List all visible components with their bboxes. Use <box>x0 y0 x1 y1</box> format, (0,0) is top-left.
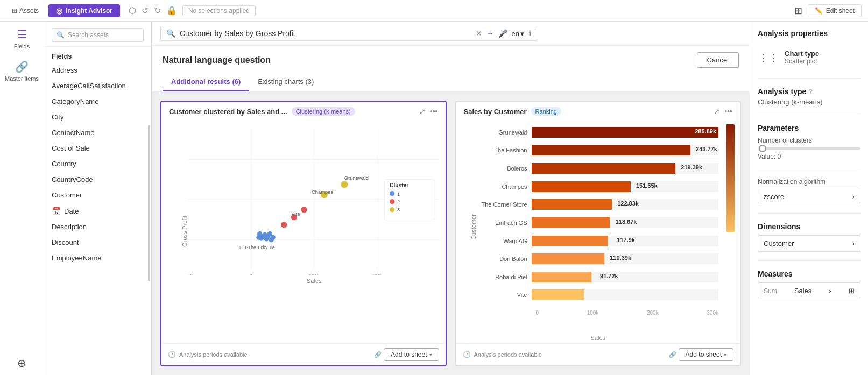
field-item-countrycode[interactable]: CountryCode <box>44 172 151 187</box>
field-item-employeename[interactable]: EmployeeName <box>44 250 151 266</box>
sidebar-item-fields[interactable]: ☰ Fields <box>14 28 30 49</box>
analysis-periods-label-2: Analysis periods available <box>474 351 542 358</box>
assets-label: Assets <box>19 7 39 15</box>
analysis-type-label: Analysis type ? <box>758 87 860 96</box>
x-tick-2: 200k <box>647 310 659 316</box>
tabs-row: Additional results (6) Existing charts (… <box>163 73 739 91</box>
measure-value: Sales <box>794 287 812 295</box>
bar-add-dropdown[interactable]: ▾ <box>724 352 726 358</box>
language-selector[interactable]: en ▾ <box>512 30 524 38</box>
submit-arrow-icon[interactable]: → <box>486 29 494 38</box>
bar-body: Customer Grunewald 285.89k <box>456 119 740 335</box>
measure-sales[interactable]: Sum Sales › ⊞ <box>758 282 860 299</box>
search-assets-box[interactable]: 🔍 Search assets <box>52 28 144 42</box>
edit-icon: ✏️ <box>815 7 823 15</box>
bar-add-to-sheet-label: Add to sheet <box>686 351 722 358</box>
top-search-row: 🔍 ✕ → 🎤 en ▾ ℹ <box>152 22 750 46</box>
more-options-icon[interactable]: ••• <box>430 107 438 116</box>
parameters-section: Parameters Number of clusters Value: 0 <box>758 124 860 160</box>
grid-icon[interactable]: ⊞ <box>794 5 802 17</box>
top-nav: ⊞ Assets ◎ Insight Advisor ⬡ ↺ ↻ 🔒 No se… <box>0 0 868 22</box>
bar-label-2: Boleros <box>472 165 532 172</box>
lock-icon[interactable]: 🔒 <box>166 5 177 16</box>
bar-row-9: Vite <box>472 289 719 300</box>
x-tick-3: 300k <box>707 310 718 316</box>
divider-3 <box>758 169 860 169</box>
divider-4 <box>758 213 860 214</box>
field-item-discount[interactable]: Discount <box>44 235 151 250</box>
scatter-chart-title: Customer clustered by Sales and ... <box>169 108 287 116</box>
mic-icon[interactable]: 🎤 <box>498 29 507 38</box>
link-icon[interactable]: 🔗 <box>374 351 382 358</box>
bar-y-axis-label: Customer <box>470 214 476 240</box>
svg-point-29 <box>341 181 348 188</box>
field-item-avgcall[interactable]: AverageCallSatisfaction <box>44 78 151 94</box>
edit-sheet-button[interactable]: ✏️ Edit sheet <box>808 4 862 17</box>
bar-add-to-sheet-button[interactable]: Add to sheet ▾ <box>679 348 733 361</box>
scatter-footer-actions: 🔗 Add to sheet ▾ <box>374 348 439 361</box>
bar-label-5: Eintrach GS <box>472 220 532 226</box>
measures-section: Measures Sum Sales › ⊞ <box>758 270 860 299</box>
field-item-contact[interactable]: ContactName <box>44 125 151 140</box>
tab-existing-charts[interactable]: Existing charts (3) <box>249 73 322 91</box>
svg-point-35 <box>390 191 394 196</box>
clusters-slider[interactable] <box>758 147 860 150</box>
y-axis-label: Gross Profit <box>181 215 188 246</box>
field-item-costofsale[interactable]: Cost of Sale <box>44 140 151 156</box>
svg-text:TTT-The Ticky Tie: TTT-The Ticky Tie <box>239 245 276 250</box>
bar-fill-3: 151.55k <box>532 181 631 192</box>
expand-bar-icon[interactable]: ⤢ <box>714 107 720 116</box>
measure-grid-icon[interactable]: ⊞ <box>849 287 855 295</box>
undo-icon[interactable]: ↺ <box>142 5 149 16</box>
field-item-category[interactable]: CategoryName <box>44 94 151 109</box>
chart-type-value: Scatter plot <box>785 58 819 65</box>
bar-track-1: 243.77k <box>532 145 719 155</box>
field-item-address[interactable]: Address <box>44 62 151 78</box>
master-items-icon: 🔗 <box>15 60 29 73</box>
assets-tab[interactable]: ⊞ Assets <box>6 5 44 17</box>
divider-5 <box>758 260 860 261</box>
norm-select[interactable]: zscore › <box>758 189 860 204</box>
slider-value: Value: 0 <box>758 153 860 160</box>
insight-search-bar[interactable]: 🔍 ✕ → 🎤 en ▾ ℹ <box>160 26 537 41</box>
bar-fill-9 <box>532 289 584 300</box>
add-to-sheet-button[interactable]: Add to sheet ▾ <box>384 348 439 361</box>
slider-thumb[interactable] <box>759 145 766 152</box>
more-bar-options-icon[interactable]: ••• <box>724 107 732 116</box>
help-icon[interactable]: ? <box>808 88 813 96</box>
clear-icon[interactable]: ✕ <box>476 29 482 38</box>
svg-text:3: 3 <box>397 207 400 213</box>
right-panel: Analysis properties ⋮⋮ Chart type Scatte… <box>750 22 868 375</box>
bar-value-5: 118.67k <box>616 218 637 225</box>
sidebar-item-master-items[interactable]: 🔗 Master items <box>5 60 39 82</box>
search-input[interactable] <box>180 29 471 38</box>
cancel-button[interactable]: Cancel <box>697 52 739 68</box>
field-item-description[interactable]: Description <box>44 219 151 235</box>
bar-label-8: Roba di Piel <box>472 274 532 280</box>
svg-text:Vite: Vite <box>292 211 300 217</box>
scatter-chart-actions: ⤢ ••• <box>419 107 438 116</box>
measure-expand-icon[interactable]: › <box>829 287 831 295</box>
fields-section-label: Fields <box>44 47 151 62</box>
bar-chart-title: Sales by Customer <box>464 108 527 116</box>
bar-track-9 <box>532 289 719 300</box>
color-legend-bar <box>726 124 735 232</box>
link-icon-2[interactable]: 🔗 <box>669 351 676 358</box>
tab-additional-results[interactable]: Additional results (6) <box>163 73 249 91</box>
scatter-body: Gross Profit 100k 50k 0 -50k <box>161 119 446 343</box>
norm-chevron: › <box>852 193 855 201</box>
field-item-country[interactable]: Country <box>44 156 151 172</box>
redo-icon[interactable]: ↻ <box>154 5 161 16</box>
dimension-customer[interactable]: Customer › <box>758 235 860 252</box>
num-clusters-label: Number of clusters <box>758 137 860 144</box>
field-item-date[interactable]: 📅 Date <box>44 203 151 219</box>
sidebar-item-add[interactable]: ⊕ <box>17 357 26 370</box>
insight-advisor-tab[interactable]: ◎ Insight Advisor <box>48 4 120 17</box>
bar-fill-1: 243.77k <box>532 145 690 155</box>
info-icon[interactable]: ℹ <box>528 29 531 38</box>
expand-icon[interactable]: ⤢ <box>419 107 426 116</box>
field-item-customer[interactable]: Customer <box>44 187 151 203</box>
add-to-sheet-dropdown[interactable]: ▾ <box>429 352 432 358</box>
lasso-icon[interactable]: ⬡ <box>129 5 136 16</box>
field-item-city[interactable]: City <box>44 109 151 125</box>
